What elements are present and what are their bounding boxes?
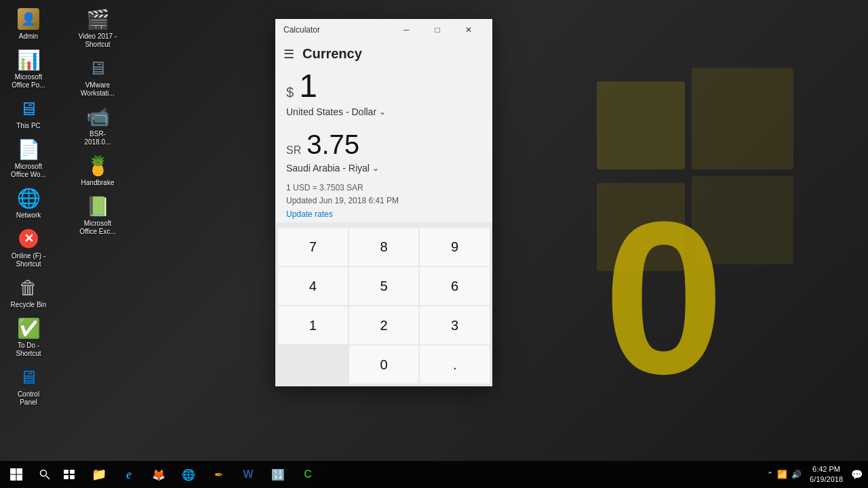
thispc-icon: 🖥: [18, 98, 39, 119]
window-controls: ─ □ ✕: [391, 19, 484, 41]
key-5[interactable]: 5: [349, 267, 419, 305]
notification-icon[interactable]: 💬: [851, 469, 863, 480]
taskbar-word[interactable]: W: [233, 461, 263, 488]
handbrake-icon: 🍍: [87, 155, 108, 176]
close-button[interactable]: ✕: [453, 19, 484, 41]
chevron-up-icon[interactable]: ⌃: [767, 470, 773, 479]
desktop-icon-word[interactable]: 📄 Microsoft Office Wo...: [5, 136, 52, 182]
calculator-window: Calculator ─ □ ✕ ☰ Currency $ 1 United S…: [275, 19, 492, 386]
calculator-mode-title: Currency: [302, 46, 362, 62]
desktop-icon-todo[interactable]: ✅ To Do - Shortcut: [5, 314, 52, 361]
taskbar-edge[interactable]: e: [114, 461, 144, 488]
powerpoint-icon: 📊: [18, 49, 39, 70]
calculator-display: $ 1 United States - Dollar ⌄ SR 3.75 Sau…: [275, 64, 492, 176]
key-9[interactable]: 9: [420, 228, 490, 266]
video-icon: 🎬: [87, 8, 108, 30]
word-label: Microsoft Office Wo...: [8, 163, 49, 179]
taskbar-app8[interactable]: C: [293, 461, 323, 488]
key-0[interactable]: 0: [349, 346, 419, 384]
online-label: Online (F) - Shortcut: [8, 252, 49, 268]
notification-area: ⌃ 📶 🔊: [767, 470, 802, 479]
taskbar-file-explorer[interactable]: 📁: [84, 461, 114, 488]
bsr-label: BSR-2018.0...: [77, 130, 118, 146]
network-status-icon[interactable]: 📶: [777, 470, 787, 479]
taskbar-calculator[interactable]: 🔢: [263, 461, 293, 488]
desktop-icon-online[interactable]: ✕ Online (F) - Shortcut: [5, 225, 52, 271]
input-value: 1: [299, 70, 317, 102]
search-icon: [39, 469, 50, 480]
to-currency-chevron: ⌄: [372, 163, 379, 173]
input-row: $ 1: [286, 70, 481, 102]
todo-label: To Do - Shortcut: [8, 342, 49, 358]
taskbar-chrome[interactable]: 🌐: [174, 461, 203, 488]
calculator-keypad: 7 8 9 4 5 6 1 2 3 0 .: [275, 222, 492, 386]
svg-rect-10: [70, 475, 75, 479]
desktop-icon-admin[interactable]: 👤 Admin: [5, 5, 52, 43]
taskbar-firefox[interactable]: 🦊: [144, 461, 174, 488]
to-currency-selector[interactable]: Saudi Arabia - Riyal ⌄: [286, 160, 481, 176]
taskbar-right: ⌃ 📶 🔊 6:42 PM 6/19/2018 💬: [767, 461, 868, 488]
key-8[interactable]: 8: [349, 228, 419, 266]
controlpanel-icon: 🖥: [18, 366, 39, 388]
key-2[interactable]: 2: [349, 306, 419, 344]
key-6[interactable]: 6: [420, 267, 490, 305]
update-rates-link[interactable]: Update rates: [286, 209, 333, 219]
video-label: Video 2017 - Shortcut: [77, 33, 118, 49]
recycle-label: Recycle Bin: [11, 301, 47, 309]
svg-rect-0: [597, 81, 685, 169]
rate-text-line2: Updated Jun 19, 2018 6:41 PM: [286, 195, 481, 207]
clock-time: 6:42 PM: [810, 464, 843, 474]
key-dot[interactable]: .: [420, 346, 490, 384]
desktop-icon-recycle[interactable]: 🗑 Recycle Bin: [5, 274, 52, 312]
desktop-icon-network[interactable]: 🌐 Network: [5, 184, 52, 222]
network-icon: 🌐: [18, 187, 39, 209]
from-currency-name: United States - Dollar: [286, 106, 376, 117]
key-4[interactable]: 4: [278, 267, 348, 305]
taskbar-app5[interactable]: ✒: [203, 461, 233, 488]
key-7[interactable]: 7: [278, 228, 348, 266]
desktop-icon-bsr[interactable]: 📹 BSR-2018.0...: [75, 103, 121, 149]
speaker-icon[interactable]: 🔊: [791, 470, 802, 479]
clock-date: 6/19/2018: [810, 474, 843, 485]
calculator-title: Calculator: [283, 25, 320, 35]
minimize-button[interactable]: ─: [391, 19, 422, 41]
start-button[interactable]: [0, 461, 33, 488]
svg-point-5: [41, 470, 47, 476]
result-row: SR 3.75: [286, 121, 481, 160]
to-currency-name: Saudi Arabia - Riyal: [286, 163, 370, 174]
desktop-icon-thispc[interactable]: 🖥 This PC: [5, 95, 52, 133]
windows-logo-icon: [10, 468, 22, 481]
menu-icon[interactable]: ☰: [283, 47, 294, 62]
vmware-icon: 🖥: [87, 57, 108, 79]
desktop-icon-vmware[interactable]: 🖥 VMware Workstati...: [75, 54, 121, 100]
desktop-icon-controlpanel[interactable]: 🖥 Control Panel: [5, 363, 52, 409]
task-view-button[interactable]: [57, 461, 81, 488]
recycle-bin-icon: 🗑: [18, 277, 39, 298]
desktop-icon-excel[interactable]: 📗 Microsoft Office Exc...: [75, 192, 121, 239]
calculator-titlebar: Calculator ─ □ ✕: [275, 19, 492, 41]
excel-label: Microsoft Office Exc...: [77, 220, 118, 236]
desktop-icon-video[interactable]: 🎬 Video 2017 - Shortcut: [75, 5, 121, 52]
vmware-label: VMware Workstati...: [77, 81, 118, 98]
search-button[interactable]: [33, 461, 57, 488]
excel-icon: 📗: [87, 195, 108, 217]
thispc-label: This PC: [16, 122, 41, 130]
system-clock[interactable]: 6:42 PM 6/19/2018: [804, 464, 848, 485]
svg-line-6: [46, 476, 50, 479]
task-view-icon: [64, 470, 75, 479]
todo-icon: ✅: [18, 317, 39, 339]
powerpoint-label: Microsoft Office Po...: [8, 73, 49, 89]
rate-info: 1 USD = 3.7503 SAR Updated Jun 19, 2018 …: [275, 176, 492, 222]
svg-rect-1: [692, 68, 793, 169]
svg-rect-8: [70, 470, 75, 474]
result-currency-symbol: SR: [286, 144, 301, 157]
maximize-button[interactable]: □: [422, 19, 453, 41]
desktop-wallpaper: 0: [597, 41, 814, 434]
from-currency-chevron: ⌄: [379, 107, 386, 117]
svg-rect-7: [64, 470, 68, 474]
desktop-icon-powerpoint[interactable]: 📊 Microsoft Office Po...: [5, 46, 52, 92]
from-currency-selector[interactable]: United States - Dollar ⌄: [286, 102, 481, 121]
key-3[interactable]: 3: [420, 306, 490, 344]
key-1[interactable]: 1: [278, 306, 348, 344]
desktop-icon-handbrake[interactable]: 🍍 Handbrake: [75, 152, 121, 190]
